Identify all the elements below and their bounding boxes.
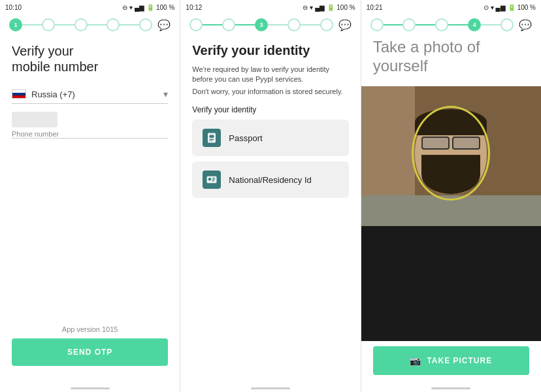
step-line-3-2-3	[416, 24, 435, 25]
dnd-icon-3: ⊙	[484, 4, 489, 11]
signal-icon-3: ▄▆	[496, 4, 506, 11]
country-selector[interactable]: Russia (+7) ▾	[12, 85, 168, 104]
battery-pct-3: 100 %	[517, 4, 536, 11]
send-otp-button[interactable]: SEND OTP	[12, 338, 168, 366]
national-id-label: National/Residency Id	[229, 175, 311, 185]
svg-rect-6	[212, 178, 216, 178]
battery-icon: 🔋	[146, 4, 154, 11]
status-bar-3: 10:21 ⊙ ▾ ▄▆ 🔋 100 %	[361, 0, 541, 14]
phone-label: Phone number	[12, 130, 168, 138]
svg-rect-3	[210, 140, 213, 141]
panel1-content: Verify your mobile number Russia (+7) ▾ …	[0, 35, 180, 380]
step-line-2-1-2	[203, 24, 222, 25]
panel1-title: Verify your mobile number	[12, 43, 168, 74]
step-line-3-4-5	[481, 24, 500, 25]
passport-option[interactable]: Passport	[192, 120, 348, 156]
bottom-bar-3	[361, 380, 541, 392]
verify-title: Verify your identity	[192, 43, 348, 58]
step-2-1	[189, 18, 203, 31]
bottom-bar-1	[0, 380, 180, 392]
svg-rect-1	[210, 135, 215, 139]
step-2-active: 3	[255, 18, 268, 31]
step-2-4	[287, 18, 301, 31]
battery-pct-2: 100 %	[336, 4, 355, 11]
step-3-3	[435, 18, 448, 31]
wifi-icon-3: ▾	[491, 4, 494, 11]
step-line-2-3	[55, 24, 74, 25]
status-bar-2: 10:12 ⊖ ▾ ▄▆ 🔋 100 %	[180, 0, 360, 14]
status-icons-3: ⊙ ▾ ▄▆ 🔋 100 %	[484, 4, 536, 11]
signal-icon-2: ▄▆	[315, 4, 325, 11]
dnd-icon: ⊖	[122, 4, 127, 11]
step-1-4	[107, 18, 120, 31]
step-line-2-2-3	[235, 24, 255, 25]
phone-input-wrap: Phone number	[12, 112, 168, 139]
status-icons-2: ⊖ ▾ ▄▆ 🔋 100 %	[303, 4, 355, 11]
take-photo-header: Take a photo of yourself	[361, 35, 541, 86]
country-label: Russia (+7)	[31, 90, 163, 99]
wifi-icon: ▾	[129, 4, 133, 11]
panel-verify-mobile: 10:10 ⊖ ▾ ▄▆ 🔋 100 % 1 💬 Verify your mob…	[0, 0, 180, 392]
svg-rect-7	[212, 179, 216, 180]
cabinet-left	[361, 86, 416, 201]
take-picture-button[interactable]: 📷 TAKE PICTURE	[373, 346, 529, 375]
step-1-3	[74, 18, 88, 31]
step-1-2	[42, 18, 55, 31]
svg-rect-2	[210, 139, 215, 140]
battery-pct-1: 100 %	[156, 4, 174, 11]
face-oval-guide	[412, 106, 490, 201]
steps-row-2: 3 💬	[180, 14, 360, 35]
verify-desc-2: Don't worry, your information is stored …	[192, 87, 348, 97]
panel-verify-identity: 10:12 ⊖ ▾ ▄▆ 🔋 100 % 3 💬 Verify your ide…	[180, 0, 361, 392]
wifi-icon-2: ▾	[310, 4, 313, 11]
nav-indicator-3	[431, 387, 470, 389]
chat-icon-3[interactable]: 💬	[519, 19, 532, 31]
step-line-1-2	[22, 24, 42, 25]
russia-flag	[12, 90, 26, 99]
national-id-icon	[203, 171, 221, 189]
person-body	[408, 289, 493, 341]
svg-rect-4	[207, 176, 217, 184]
steps-row-3: 4 💬	[361, 14, 541, 35]
app-version: App version 1015	[12, 325, 168, 333]
step-3-2	[402, 18, 416, 31]
dnd-icon-2: ⊖	[303, 4, 308, 11]
step-2-2	[222, 18, 235, 31]
national-id-option[interactable]: National/Residency Id	[192, 161, 348, 198]
svg-point-5	[208, 178, 212, 181]
status-icons-1: ⊖ ▾ ▄▆ 🔋 100 %	[122, 4, 174, 11]
svg-rect-8	[212, 181, 214, 182]
step-line-2-4-5	[301, 24, 320, 25]
step-line-3-3-4	[448, 24, 468, 25]
step-line-2-3-4	[268, 24, 287, 25]
step-2-5	[320, 18, 333, 31]
time-2: 10:12	[186, 4, 202, 11]
chevron-down-icon: ▾	[163, 89, 168, 99]
chat-icon-1[interactable]: 💬	[157, 19, 171, 31]
step-line-4-5	[120, 24, 139, 25]
time-1: 10:10	[5, 4, 22, 11]
phone-input-bar	[12, 112, 57, 127]
take-picture-label: TAKE PICTURE	[427, 356, 492, 365]
step-1-active: 1	[9, 18, 22, 31]
step-1-5	[139, 18, 152, 31]
step-3-1	[370, 18, 384, 31]
passport-label: Passport	[229, 133, 262, 143]
step-line-3-1-2	[384, 24, 403, 25]
battery-icon-3: 🔋	[508, 4, 516, 11]
camera-icon: 📷	[410, 355, 421, 366]
step-3-active: 4	[468, 18, 481, 31]
verify-desc-1: We're required by law to verify your ide…	[192, 65, 348, 85]
step-3-5	[500, 18, 514, 31]
battery-icon-2: 🔋	[327, 4, 335, 11]
panel2-content: Verify your identity We're required by l…	[180, 35, 360, 380]
time-3: 10:21	[367, 4, 383, 11]
bottom-bar-2	[180, 380, 360, 392]
chat-icon-2[interactable]: 💬	[338, 19, 352, 31]
status-bar-1: 10:10 ⊖ ▾ ▄▆ 🔋 100 %	[0, 0, 180, 14]
step-line-3-4	[88, 24, 107, 25]
camera-view	[361, 86, 541, 341]
verify-identity-label: Verify your identity	[192, 105, 348, 114]
signal-icon: ▄▆	[135, 4, 144, 11]
panel-take-photo: 10:21 ⊙ ▾ ▄▆ 🔋 100 % 4 💬 Take a photo of…	[361, 0, 541, 392]
